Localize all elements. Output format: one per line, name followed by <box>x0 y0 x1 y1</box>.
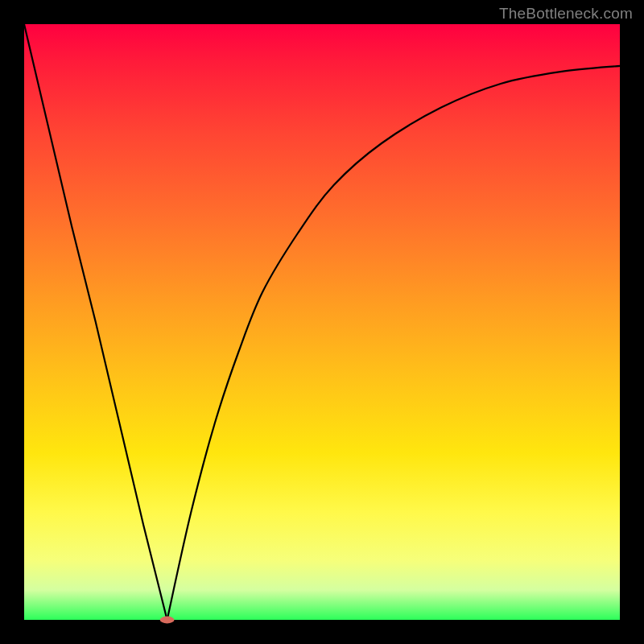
chart-frame: TheBottleneck.com <box>0 0 644 644</box>
curve-right <box>167 66 620 620</box>
watermark-text: TheBottleneck.com <box>499 5 633 23</box>
plot-area <box>24 24 620 620</box>
curve-left <box>24 24 167 620</box>
curve-svg <box>24 24 620 620</box>
min-marker <box>160 617 175 624</box>
